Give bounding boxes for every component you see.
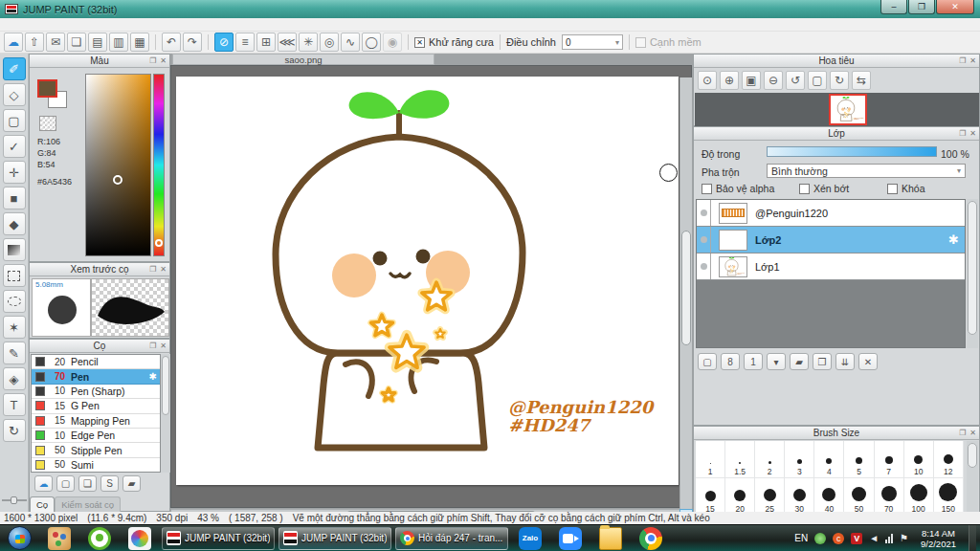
close-icon[interactable]: ✕ <box>969 127 976 141</box>
magic-wand-tool[interactable]: ✶ <box>3 316 26 339</box>
slider-knob[interactable] <box>11 496 17 504</box>
tab-brush[interactable]: Cọ <box>30 496 55 512</box>
fit-screen-button[interactable]: ▣ <box>742 71 761 90</box>
transparent-color-swatch[interactable] <box>39 116 56 131</box>
layer-visibility-toggle[interactable] <box>697 227 711 253</box>
redo-button[interactable]: ↷ <box>183 33 202 52</box>
detach-panel-icon[interactable]: ❐ <box>959 55 966 68</box>
shape-brush-tool[interactable]: ▢ <box>3 109 26 132</box>
add-layer-button[interactable]: ▢ <box>698 353 717 370</box>
delete-layer-button[interactable]: ✕ <box>858 353 878 370</box>
brush-size-cell[interactable]: 25 <box>755 478 785 516</box>
protect-alpha-checkbox[interactable]: Bảo vệ alpha <box>702 183 774 194</box>
brush-size-cell[interactable]: 5 <box>844 441 874 478</box>
detach-panel-icon[interactable]: ❐ <box>959 427 966 440</box>
zoom-100-button[interactable]: ⊙ <box>698 71 717 90</box>
Lớp1[interactable]: Lớp1 ✱ <box>697 253 965 280</box>
taskbar-window-button[interactable]: JUMP PAINT (32bit) <box>278 527 391 550</box>
brush-size-cell[interactable]: 15 <box>696 478 725 516</box>
adjust-dropdown[interactable]: 0▾ <box>562 34 623 50</box>
brush-size-cell[interactable]: 4 <box>814 441 844 478</box>
sv-picker-ring[interactable] <box>113 175 122 185</box>
lock-checkbox[interactable]: Khóa <box>887 183 925 194</box>
language-indicator[interactable]: EN <box>794 533 808 543</box>
brush-size-cell[interactable]: 100 <box>904 478 934 516</box>
close-icon[interactable]: ✕ <box>160 55 167 68</box>
Pen[interactable]: 70 Pen ✱ <box>32 369 160 384</box>
brush-size-cell[interactable]: 1 <box>696 441 725 478</box>
flip-button[interactable]: ⇆ <box>852 71 871 90</box>
G Pen[interactable]: 15 G Pen ✱ <box>32 399 160 413</box>
transform-tool[interactable]: ↻ <box>3 419 26 442</box>
minimize-button[interactable]: – <box>880 0 907 14</box>
layer-folder-button[interactable]: ▰ <box>790 353 809 370</box>
layer-list-scrollbar[interactable] <box>967 199 978 348</box>
tab-brush-control[interactable]: Kiểm soát cọ <box>55 496 121 512</box>
layer-visibility-toggle[interactable] <box>697 200 711 226</box>
brush-size-cell[interactable]: 1.5 <box>725 441 755 478</box>
document-tab[interactable]: saoo.png <box>172 54 434 65</box>
brush-folder-button[interactable]: ▰ <box>122 475 141 492</box>
eraser-tool[interactable]: ◇ <box>3 83 26 106</box>
rotate-right-button[interactable]: ↻ <box>830 71 849 90</box>
close-icon[interactable]: ✕ <box>160 340 167 353</box>
add-1bit-layer-button[interactable]: 1 <box>744 353 763 370</box>
lasso-tool[interactable] <box>3 290 26 313</box>
close-icon[interactable]: ✕ <box>969 427 976 440</box>
tray-app-icon[interactable]: c <box>833 533 844 544</box>
taskbar-window-button[interactable]: JUMP PAINT (32bit) <box>162 527 275 550</box>
close-icon[interactable]: ✕ <box>160 263 167 276</box>
vietkey-tray-icon[interactable]: V <box>851 533 862 544</box>
snap-ellipse-icon[interactable]: ◯ <box>362 33 381 52</box>
reset-rotation-button[interactable]: ▢ <box>808 71 827 90</box>
undo-button[interactable]: ↶ <box>162 33 181 52</box>
brush-list-scrollbar[interactable] <box>161 354 170 473</box>
snap-grid-icon[interactable]: ⊞ <box>256 33 276 52</box>
detach-panel-icon[interactable]: ❐ <box>959 127 966 141</box>
close-icon[interactable]: ✕ <box>969 55 976 68</box>
hue-bar[interactable] <box>153 74 165 256</box>
drawing-canvas[interactable]: @Penguin1220 #HD247 <box>176 77 679 485</box>
brush-size-cell[interactable]: 7 <box>875 441 904 478</box>
Sumi[interactable]: 50 Sumi ✱ <box>32 458 160 473</box>
chrome-app-icon[interactable] <box>639 527 662 550</box>
zalo-app-icon[interactable]: Zalo <box>519 527 542 550</box>
select-pen-tool[interactable]: ✎ <box>3 342 26 364</box>
tile-layout-icon[interactable]: ▦ <box>130 33 149 52</box>
Mapping Pen[interactable]: 15 Mapping Pen ✱ <box>32 414 160 429</box>
upload-icon[interactable]: ⇧ <box>25 33 44 52</box>
brush-size-cell[interactable]: 2 <box>755 441 785 478</box>
select-eraser-tool[interactable]: ◈ <box>3 367 26 390</box>
action-center-icon[interactable]: ⚑ <box>900 533 908 544</box>
text-tool[interactable]: T <box>3 393 26 416</box>
comment-panel-icon[interactable]: ❏ <box>67 33 86 52</box>
layer-visibility-toggle[interactable] <box>697 253 711 279</box>
taskbar-clock[interactable]: 8:14 AM 9/2/2021 <box>915 528 962 549</box>
zoom-out-button[interactable]: ⊖ <box>764 71 783 90</box>
opacity-slider[interactable] <box>767 146 937 157</box>
brush-size-cell[interactable]: 40 <box>814 478 844 516</box>
brush-size-cell[interactable]: 20 <box>725 478 755 516</box>
brush-cloud-download-button[interactable]: ☁ <box>34 475 53 492</box>
volume-icon[interactable]: ◄ <box>869 533 879 544</box>
snap-concentric-icon[interactable]: ◎ <box>320 33 339 52</box>
snap-curve-icon[interactable]: ∿ <box>341 33 360 52</box>
snap-vanishing-icon[interactable]: ⋘ <box>278 33 297 52</box>
zoom-app-icon[interactable] <box>559 527 582 550</box>
Edge Pen[interactable]: 10 Edge Pen ✱ <box>32 429 160 443</box>
show-desktop-button[interactable] <box>969 525 976 551</box>
detach-panel-icon[interactable]: ❐ <box>149 55 156 68</box>
antialias-checkbox[interactable]: ✕ Khử răng cưa <box>414 36 494 48</box>
select-fill-tool[interactable]: ■ <box>3 187 26 209</box>
coccoc-browser-icon[interactable] <box>88 527 111 550</box>
add-brush-menu-button[interactable]: ❏ <box>78 475 97 492</box>
foreground-color-swatch[interactable] <box>37 79 57 98</box>
move-tool[interactable]: ✛ <box>3 161 26 184</box>
add-brush-button[interactable]: ▢ <box>56 475 75 492</box>
add-8bit-layer-button[interactable]: 8 <box>721 353 740 370</box>
detach-panel-icon[interactable]: ❐ <box>149 340 156 353</box>
brush-size-cell[interactable]: 12 <box>934 441 964 478</box>
snap-cross-icon[interactable]: ✳ <box>299 33 318 52</box>
rotate-left-button[interactable]: ↺ <box>786 71 805 90</box>
gradient-tool[interactable] <box>3 238 26 261</box>
